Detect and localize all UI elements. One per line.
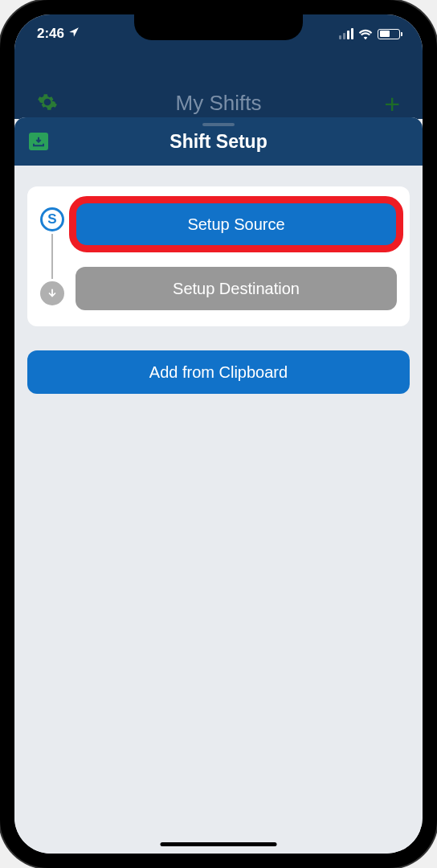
background-page-title: My Shifts bbox=[14, 91, 423, 116]
inbox-icon[interactable] bbox=[29, 133, 48, 150]
status-right bbox=[339, 28, 400, 39]
destination-indicator-icon bbox=[40, 281, 64, 305]
setup-source-button[interactable]: Setup Source bbox=[76, 203, 397, 246]
wifi-icon bbox=[358, 28, 373, 39]
sheet-title: Shift Setup bbox=[169, 131, 267, 153]
notch bbox=[134, 14, 303, 40]
sheet-header: Shift Setup bbox=[14, 117, 423, 166]
home-indicator[interactable] bbox=[161, 842, 277, 846]
drag-handle[interactable] bbox=[202, 123, 235, 126]
setup-destination-label: Setup Destination bbox=[173, 280, 300, 298]
location-services-icon bbox=[68, 26, 80, 42]
setup-destination-button[interactable]: Setup Destination bbox=[76, 267, 397, 310]
phone-frame: 2:46 bbox=[0, 0, 437, 868]
battery-icon bbox=[378, 29, 400, 39]
add-from-clipboard-button[interactable]: Add from Clipboard bbox=[27, 350, 410, 394]
add-from-clipboard-label: Add from Clipboard bbox=[149, 363, 288, 382]
screen: 2:46 bbox=[14, 14, 423, 854]
add-icon: + bbox=[384, 88, 400, 120]
setup-source-label: Setup Source bbox=[187, 215, 284, 234]
cellular-signal-icon bbox=[339, 28, 353, 39]
setup-card: S Setup Source Setup Destination bbox=[27, 186, 410, 326]
status-left: 2:46 bbox=[37, 26, 80, 42]
status-time: 2:46 bbox=[37, 26, 64, 42]
flow-indicators: S bbox=[40, 203, 64, 310]
content-area: S Setup Source Setup Destination bbox=[14, 166, 423, 415]
source-indicator-icon: S bbox=[40, 207, 64, 231]
modal-sheet: Shift Setup S Setup Source bbox=[14, 117, 423, 854]
flow-connector-line bbox=[51, 234, 53, 279]
button-stack: Setup Source Setup Destination bbox=[76, 203, 397, 310]
